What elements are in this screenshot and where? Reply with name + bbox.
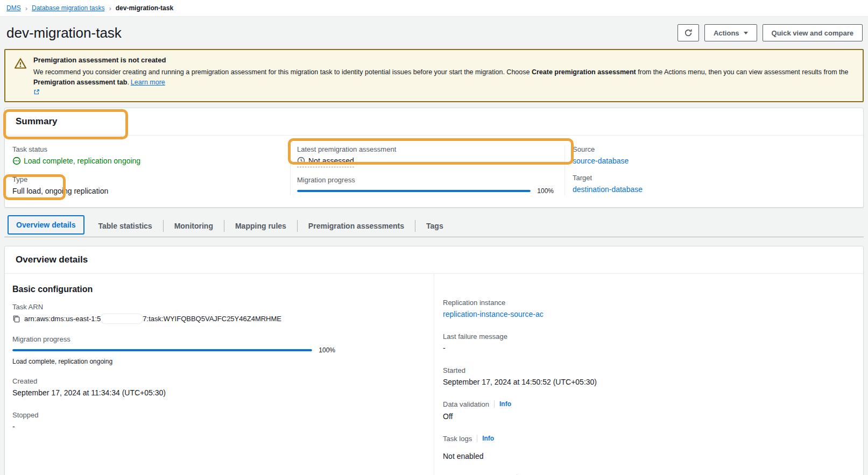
breadcrumb-link-dms[interactable]: DMS: [6, 4, 21, 12]
task-status-field: Task status Load complete, replication o…: [12, 145, 279, 167]
source-link[interactable]: source-database: [573, 157, 629, 165]
external-link-icon: [33, 89, 854, 95]
task-logs-label: Task logs: [443, 435, 472, 443]
breadcrumb-link-database-migration-tasks[interactable]: Database migration tasks: [32, 4, 104, 12]
progress-percent: 100%: [319, 346, 335, 354]
basic-configuration-heading: Basic configuration: [12, 285, 421, 294]
assessment-field: Latest premigration assessment Not asses…: [297, 145, 554, 167]
task-status-value: Load complete, replication ongoing: [12, 157, 140, 165]
task-arn-text: arn:aws:dms:us-east-1:57:task:WYIFQBBQ5V…: [24, 314, 281, 323]
quick-view-label: Quick view and compare: [772, 29, 853, 37]
progress-fill: [12, 349, 312, 351]
created-field: Created September 17, 2024 at 11:34:34 (…: [12, 377, 421, 397]
last-failure-value: -: [443, 344, 852, 352]
warning-banner: Premigration assessment is not created W…: [4, 49, 864, 102]
warning-banner-content: Premigration assessment is not created W…: [33, 56, 854, 95]
banner-text: from the Actions menu, then you can view…: [636, 68, 849, 76]
task-status-text: Load complete, replication ongoing: [24, 157, 140, 165]
warning-banner-title: Premigration assessment is not created: [33, 56, 854, 64]
breadcrumb: DMS › Database migration tasks › dev-mig…: [0, 0, 868, 17]
created-label: Created: [12, 377, 421, 385]
migration-progress-bar: 100%: [297, 187, 554, 195]
arn-prefix: arn:aws:dms:us-east-1:5: [24, 315, 101, 323]
data-validation-info-link[interactable]: Info: [499, 400, 511, 408]
banner-text: We recommend you consider creating and r…: [33, 68, 532, 76]
progress-fill: [297, 190, 531, 192]
redaction-box: [101, 314, 143, 323]
started-value: September 17, 2024 at 14:50:52 (UTC+05:3…: [443, 378, 852, 386]
actions-button-label: Actions: [714, 29, 739, 37]
overview-progress-status: Load complete, replication ongoing: [12, 358, 421, 365]
clock-icon: [297, 157, 305, 165]
caret-down-icon: [744, 32, 748, 34]
refresh-icon: [684, 29, 693, 37]
task-logs-field: Task logs Info Not enabled: [443, 435, 852, 460]
source-field: Source source-database: [573, 145, 852, 165]
summary-title: Summary: [5, 108, 863, 136]
tab-bar: Overview details Table statistics Monito…: [4, 215, 864, 237]
last-failure-label: Last failure message: [443, 332, 852, 341]
arn-suffix: 7:task:WYIFQBBQ5VAJFC25Y46Z4MRHME: [143, 315, 281, 323]
task-arn-field: Task ARN arn:aws:dms:us-east-1:57:task:W…: [12, 303, 421, 323]
target-link[interactable]: destination-database: [573, 185, 643, 194]
basic-configuration-section: Basic configuration Task ARN arn:aws:dms…: [5, 274, 863, 475]
overview-progress-field: Migration progress 100% Load complete, r…: [12, 335, 421, 365]
warning-banner-body: We recommend you consider creating and r…: [33, 67, 854, 95]
overview-progress-bar: 100%: [12, 346, 335, 354]
replication-instance-link[interactable]: replication-instance-source-ac: [443, 310, 544, 318]
created-value: September 17, 2024 at 11:34:34 (UTC+05:3…: [12, 388, 421, 397]
basic-config-left-column: Basic configuration Task ARN arn:aws:dms…: [5, 274, 434, 475]
status-in-progress-icon: [12, 157, 21, 165]
stopped-field: Stopped -: [12, 411, 421, 431]
basic-config-right-column: Replication instance replication-instanc…: [434, 274, 863, 475]
overview-details-title: Overview details: [5, 246, 863, 274]
banner-text: .: [127, 79, 129, 86]
chevron-right-icon: ›: [109, 5, 111, 12]
started-field: Started September 17, 2024 at 14:50:52 (…: [443, 366, 852, 386]
tab-monitoring[interactable]: Monitoring: [164, 215, 224, 237]
summary-column-1: Task status Load complete, replication o…: [5, 145, 290, 195]
data-validation-field: Data validation Info Off: [443, 400, 852, 421]
summary-panel: Summary Task status Load complete, repli…: [4, 108, 864, 208]
page-title: dev-migration-task: [6, 25, 122, 41]
summary-content: Task status Load complete, replication o…: [5, 136, 863, 207]
assessment-value[interactable]: Not assessed: [297, 157, 354, 167]
task-logs-info-link[interactable]: Info: [482, 435, 494, 442]
overview-details-panel: Overview details Basic configuration Tas…: [4, 246, 864, 475]
chevron-right-icon: ›: [25, 5, 27, 12]
progress-track: [12, 349, 312, 351]
type-field: Type Full load, ongoing replication: [12, 175, 279, 195]
replication-instance-field: Replication instance replication-instanc…: [443, 299, 852, 318]
migration-progress-label: Migration progress: [297, 176, 554, 184]
tab-overview-details[interactable]: Overview details: [8, 215, 84, 235]
learn-more-link[interactable]: Learn more: [131, 79, 165, 86]
actions-button[interactable]: Actions: [704, 24, 757, 41]
copy-icon[interactable]: [12, 315, 20, 323]
breadcrumb-current: dev-migration-task: [116, 4, 173, 12]
target-field: Target destination-database: [573, 174, 852, 194]
replication-instance-label: Replication instance: [443, 299, 852, 307]
type-value: Full load, ongoing replication: [12, 187, 279, 195]
banner-bold-text: Create premigration assessment: [532, 68, 636, 76]
progress-percent: 100%: [537, 187, 554, 195]
source-label: Source: [573, 145, 852, 153]
task-arn-value: arn:aws:dms:us-east-1:57:task:WYIFQBBQ5V…: [12, 314, 421, 323]
stopped-value: -: [12, 422, 421, 431]
summary-column-2: Latest premigration assessment Not asses…: [290, 145, 564, 195]
progress-track: [297, 190, 531, 192]
quick-view-and-compare-button[interactable]: Quick view and compare: [763, 24, 863, 41]
page-header: dev-migration-task Actions Quick view an…: [0, 17, 868, 45]
assessment-text: Not assessed: [308, 157, 354, 165]
tab-table-statistics[interactable]: Table statistics: [88, 215, 163, 237]
info-divider: [477, 435, 477, 442]
task-arn-label: Task ARN: [12, 303, 421, 311]
info-divider: [494, 400, 495, 408]
refresh-button[interactable]: [678, 24, 699, 41]
type-label: Type: [12, 175, 279, 183]
last-failure-field: Last failure message -: [443, 332, 852, 352]
tab-premigration-assessments[interactable]: Premigration assessments: [298, 215, 415, 237]
assessment-label: Latest premigration assessment: [297, 145, 554, 153]
tab-tags[interactable]: Tags: [415, 215, 454, 237]
tab-mapping-rules[interactable]: Mapping rules: [224, 215, 297, 237]
migration-progress-field: Migration progress 100%: [297, 176, 554, 195]
